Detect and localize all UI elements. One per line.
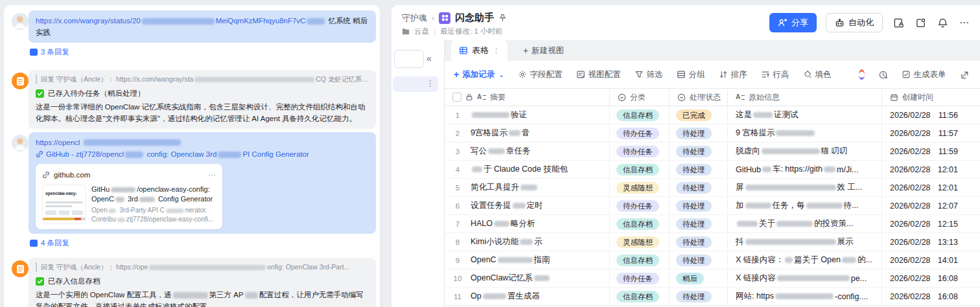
status-cell[interactable]: 待处理 xyxy=(670,142,728,160)
summary-cell[interactable]: 6设置任务提定时 xyxy=(445,197,610,214)
status-cell[interactable]: 待处理 xyxy=(670,124,728,142)
table-row[interactable]: 3写公章任务待办任务待处理脱虚向猫 叨叨2026/02/2811:59 xyxy=(445,142,980,161)
raw-info-cell[interactable]: X 链接内容：篇关于 Open的... xyxy=(728,251,882,269)
sort-button[interactable]: 排序 xyxy=(719,69,747,80)
raw-info-cell[interactable]: 加任务，每待... xyxy=(728,197,882,214)
field-config-button[interactable]: 字段配置 xyxy=(518,69,563,80)
table-row[interactable]: 11Op置生成器信息存档待处理网站: https-config....2026/… xyxy=(445,288,980,306)
header-category[interactable]: 分类 xyxy=(610,89,670,106)
created-time-cell[interactable]: 2026/02/2812:15 xyxy=(882,215,980,233)
link-line[interactable]: https://opencl xyxy=(36,137,369,148)
created-time-cell[interactable]: 2026/02/2811:57 xyxy=(882,124,980,142)
generate-form-button[interactable]: 生成表单 xyxy=(902,69,946,80)
category-cell[interactable]: 待办任务 xyxy=(610,197,670,214)
category-cell[interactable]: 灵感随想 xyxy=(610,233,670,251)
bot-avatar[interactable] xyxy=(12,260,29,277)
item-more-icon[interactable]: ⋮ xyxy=(426,79,434,88)
created-time-cell[interactable]: 2026/02/2816:08 xyxy=(882,269,980,287)
header-raw-info[interactable]: A 原始信息 xyxy=(728,89,882,106)
table-row[interactable]: 5简化工具提升灵感随想待处理屏效 工...2026/02/2812:01 xyxy=(445,179,980,197)
user-avatar[interactable] xyxy=(12,13,29,30)
status-cell[interactable]: 待处理 xyxy=(670,233,728,251)
history-button[interactable] xyxy=(878,70,888,80)
summary-cell[interactable]: 1验证 xyxy=(445,106,610,124)
doc-location[interactable]: 云盘 xyxy=(414,27,429,36)
raw-info-cell[interactable]: 屏效 工... xyxy=(728,179,882,196)
row-height-button[interactable]: 行高 xyxy=(761,69,789,80)
filter-button[interactable]: 筛选 xyxy=(635,69,663,80)
summary-cell[interactable]: 8Kimi小说功能示 xyxy=(445,233,610,251)
status-cell[interactable]: 已完成 xyxy=(670,106,728,124)
collapse-sidebar-icon[interactable]: « xyxy=(426,53,432,63)
group-button[interactable]: 分组 xyxy=(677,69,705,80)
bot-avatar[interactable] xyxy=(12,73,29,89)
replies-link[interactable]: 4 条回复 xyxy=(30,238,69,248)
add-record-button[interactable]: + 添加记录 ⌄ xyxy=(454,69,504,80)
created-time-cell[interactable]: 2026/02/2816:08 xyxy=(882,288,980,305)
created-time-cell[interactable]: 2026/02/2811:59 xyxy=(882,142,980,160)
category-cell[interactable]: 灵感随想 xyxy=(610,179,670,196)
raw-info-cell[interactable]: 抖展示 xyxy=(728,233,882,251)
category-cell[interactable]: 信息存档 xyxy=(610,215,670,233)
created-time-cell[interactable]: 2026/02/2812:07 xyxy=(882,197,980,214)
summary-cell[interactable]: 4于 Claude Code 技能包 xyxy=(445,161,610,178)
summary-cell[interactable]: 29宫格提示音 xyxy=(445,124,610,142)
replies-link[interactable]: 3 条回复 xyxy=(30,47,69,57)
message-bubble[interactable]: https://opencl GitHub - ztj7728/opencl c… xyxy=(29,132,376,234)
category-cell[interactable]: 信息存档 xyxy=(610,106,670,124)
status-cell[interactable]: 稍后 xyxy=(670,269,728,287)
summary-cell[interactable]: 11Op置生成器 xyxy=(445,288,610,305)
category-cell[interactable]: 待办任务 xyxy=(610,269,670,287)
table-row[interactable]: 4于 Claude Code 技能包信息存档待处理GitHub 车: https… xyxy=(445,161,980,179)
raw-info-cell[interactable]: 脱虚向猫 叨叨 xyxy=(728,142,882,160)
table-row[interactable]: 9OpenC指南信息存档待处理X 链接内容：篇关于 Open的...2026/0… xyxy=(445,251,980,269)
table-row[interactable]: 29宫格提示音待办任务待处理9 宫格提示2026/02/2811:57 xyxy=(445,124,980,142)
view-config-button[interactable]: 视图配置 xyxy=(576,69,621,80)
raw-info-cell[interactable]: X 链接内容pe... xyxy=(728,269,882,287)
raw-info-cell[interactable]: 9 宫格提示 xyxy=(728,124,882,142)
header-summary[interactable]: A 摘要 xyxy=(445,89,610,106)
raw-info-cell[interactable]: 这是证测试 xyxy=(728,106,882,124)
card-more-icon[interactable]: ⋯ xyxy=(209,169,216,181)
status-cell[interactable]: 待处理 xyxy=(670,251,728,269)
message-bubble[interactable]: 回复 守护魂（Ancle）： https://opeonfig: OpenCla… xyxy=(29,258,376,307)
widget-icon[interactable] xyxy=(914,16,927,29)
share-view-button[interactable] xyxy=(960,70,970,80)
table-row[interactable]: 8Kimi小说功能示灵感随想待处理抖展示2026/02/2813:13 xyxy=(445,233,980,251)
created-time-cell[interactable]: 2026/02/2811:56 xyxy=(882,106,980,124)
status-cell[interactable]: 待处理 xyxy=(670,197,728,214)
created-time-cell[interactable]: 2026/02/2812:01 xyxy=(882,161,980,178)
raw-info-cell[interactable]: 网站: https-config.... xyxy=(728,288,882,305)
message-bubble[interactable]: 回复 守护魂（Ancle）： https://x.com/wangray/sta… xyxy=(29,70,376,129)
link-title-line[interactable]: GitHub - ztj7728/opencl config: Openclaw… xyxy=(36,148,369,160)
summary-cell[interactable]: 7HALO略分析 xyxy=(445,215,610,233)
pin-icon[interactable] xyxy=(498,14,507,22)
table-row[interactable]: 10OpenClaw记忆系待办任务稍后X 链接内容pe...2026/02/28… xyxy=(445,269,980,288)
new-view-button[interactable]: + 新建视图 xyxy=(523,40,564,61)
raw-info-cell[interactable]: 关于的投资策... xyxy=(728,215,882,233)
tab-grid-view[interactable]: 表格 ⋮ xyxy=(451,40,508,61)
share-button[interactable]: 分享 xyxy=(769,13,817,32)
notification-bell-icon[interactable] xyxy=(936,16,949,29)
table-search-input[interactable] xyxy=(394,50,424,68)
summary-cell[interactable]: 3写公章任务 xyxy=(445,142,610,160)
message-bubble[interactable]: https://x.com/wangray/status/20MeiQqmKzM… xyxy=(29,10,376,43)
summary-cell[interactable]: 9OpenC指南 xyxy=(445,251,610,269)
breadcrumb-workspace[interactable]: 守护魂 xyxy=(402,12,427,24)
table-row[interactable]: 6设置任务提定时待办任务待处理加任务，每待...2026/02/2812:07 xyxy=(445,197,980,215)
created-time-cell[interactable]: 2026/02/2812:01 xyxy=(882,179,980,196)
created-time-cell[interactable]: 2026/02/2814:01 xyxy=(882,251,980,269)
status-cell[interactable]: 待处理 xyxy=(670,161,728,178)
status-cell[interactable]: 待处理 xyxy=(670,288,728,305)
category-cell[interactable]: 信息存档 xyxy=(610,288,670,305)
user-avatar[interactable] xyxy=(12,135,29,152)
tab-more-icon[interactable]: ⋮ xyxy=(493,47,500,55)
header-created-time[interactable]: 创建时间 xyxy=(882,89,980,106)
category-cell[interactable]: 信息存档 xyxy=(610,251,670,269)
category-cell[interactable]: 待办任务 xyxy=(610,124,670,142)
category-cell[interactable]: 信息存档 xyxy=(610,161,670,178)
doc-permission-icon[interactable] xyxy=(892,16,905,29)
fill-color-button[interactable]: 填色 xyxy=(803,69,832,80)
automation-button[interactable]: 自动化 xyxy=(826,13,883,32)
table-row[interactable]: 1验证信息存档已完成这是证测试2026/02/2811:56 xyxy=(445,106,980,124)
